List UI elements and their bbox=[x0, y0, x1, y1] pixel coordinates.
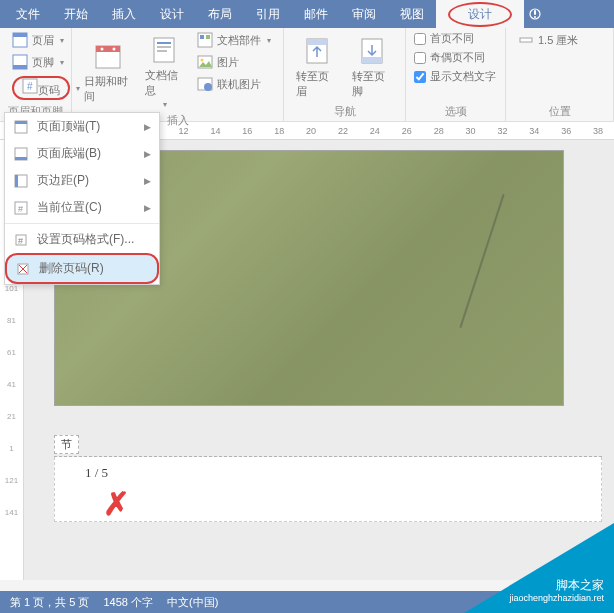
page-number-text: 1 / 5 bbox=[85, 465, 108, 480]
dd-format-page-numbers[interactable]: #设置页码格式(F)... bbox=[5, 226, 159, 253]
tab-design[interactable]: 设计 bbox=[148, 0, 196, 28]
svg-text:#: # bbox=[18, 236, 23, 246]
remove-icon bbox=[15, 261, 31, 277]
goto-header-icon bbox=[301, 35, 333, 67]
svg-rect-27 bbox=[362, 57, 382, 63]
watermark-text: 脚本之家 jiaochenghzhazidian.ret bbox=[509, 578, 604, 605]
svg-point-11 bbox=[100, 47, 103, 50]
tab-insert[interactable]: 插入 bbox=[100, 0, 148, 28]
tab-review[interactable]: 审阅 bbox=[340, 0, 388, 28]
dd-remove-page-numbers[interactable]: 删除页码(R) bbox=[5, 253, 159, 284]
tab-file[interactable]: 文件 bbox=[4, 0, 52, 28]
tab-home[interactable]: 开始 bbox=[52, 0, 100, 28]
svg-rect-19 bbox=[206, 35, 210, 39]
svg-text:#: # bbox=[18, 204, 23, 214]
svg-rect-28 bbox=[520, 38, 532, 42]
goto-footer-button[interactable]: 转至页脚 bbox=[348, 30, 398, 104]
svg-rect-30 bbox=[15, 121, 27, 124]
svg-rect-15 bbox=[157, 46, 171, 48]
docinfo-button[interactable]: 文档信息 bbox=[141, 30, 187, 113]
svg-rect-14 bbox=[157, 42, 171, 44]
goto-header-button[interactable]: 转至页眉 bbox=[292, 30, 342, 104]
quickparts-icon bbox=[197, 32, 213, 48]
calendar-icon bbox=[92, 40, 124, 72]
page-number-dropdown: 页面顶端(T)▶ 页面底端(B)▶ 页边距(P)▶ #当前位置(C)▶ #设置页… bbox=[4, 112, 160, 285]
svg-point-21 bbox=[201, 59, 204, 62]
ribbon-tab-bar: 文件 开始 插入 设计 布局 引用 邮件 审阅 视图 设计 bbox=[0, 0, 614, 28]
page-number-icon: # bbox=[22, 78, 38, 94]
show-document-text-checkbox[interactable]: 显示文档文字 bbox=[414, 68, 496, 85]
annotation-x-mark: ✗ bbox=[103, 485, 130, 523]
svg-rect-34 bbox=[15, 175, 18, 187]
status-page[interactable]: 第 1 页，共 5 页 bbox=[10, 595, 89, 610]
svg-rect-4 bbox=[13, 33, 27, 37]
ribbon: 页眉 页脚 #页码 页眉和页脚 日期和时间 文档信息 文档部件 图片 联机图片 … bbox=[0, 28, 614, 122]
dd-current-position[interactable]: #当前位置(C)▶ bbox=[5, 194, 159, 221]
page-margins-icon bbox=[13, 173, 29, 189]
tab-header-footer-design[interactable]: 设计 bbox=[436, 0, 524, 28]
tab-layout[interactable]: 布局 bbox=[196, 0, 244, 28]
ruler-icon bbox=[518, 32, 534, 48]
pictures-button[interactable]: 图片 bbox=[193, 52, 275, 72]
status-word-count[interactable]: 1458 个字 bbox=[103, 595, 153, 610]
section-break-label: 节 bbox=[54, 435, 79, 454]
svg-rect-16 bbox=[157, 50, 167, 52]
tell-me-icon[interactable] bbox=[528, 7, 542, 21]
group-navigation-label: 导航 bbox=[292, 104, 397, 121]
datetime-button[interactable]: 日期和时间 bbox=[80, 30, 135, 113]
quickparts-button[interactable]: 文档部件 bbox=[193, 30, 275, 50]
svg-point-23 bbox=[204, 83, 212, 91]
online-pictures-icon bbox=[197, 76, 213, 92]
svg-text:#: # bbox=[27, 81, 33, 92]
page-top-icon bbox=[13, 119, 29, 135]
goto-footer-icon bbox=[356, 35, 388, 67]
different-odd-even-checkbox[interactable]: 奇偶页不同 bbox=[414, 49, 496, 66]
pictures-icon bbox=[197, 54, 213, 70]
page-footer-area[interactable]: 1 / 5 ✗ bbox=[54, 457, 602, 522]
tab-view[interactable]: 视图 bbox=[388, 0, 436, 28]
tab-references[interactable]: 引用 bbox=[244, 0, 292, 28]
header-from-top-field[interactable]: 1.5 厘米 bbox=[514, 30, 582, 50]
header-icon bbox=[12, 32, 28, 48]
docinfo-icon bbox=[148, 34, 180, 66]
svg-rect-6 bbox=[13, 65, 27, 69]
svg-rect-25 bbox=[307, 39, 327, 45]
svg-rect-32 bbox=[15, 157, 27, 160]
status-language[interactable]: 中文(中国) bbox=[167, 595, 218, 610]
online-pictures-button[interactable]: 联机图片 bbox=[193, 74, 275, 94]
page-bottom-icon bbox=[13, 146, 29, 162]
svg-rect-18 bbox=[200, 35, 204, 39]
tab-mailings[interactable]: 邮件 bbox=[292, 0, 340, 28]
dd-page-margins[interactable]: 页边距(P)▶ bbox=[5, 167, 159, 194]
different-first-page-checkbox[interactable]: 首页不同 bbox=[414, 30, 496, 47]
page-current-icon: # bbox=[13, 200, 29, 216]
format-icon: # bbox=[13, 232, 29, 248]
group-position-label: 位置 bbox=[514, 104, 605, 121]
footer-icon bbox=[12, 54, 28, 70]
dd-top-of-page[interactable]: 页面顶端(T)▶ bbox=[5, 113, 159, 140]
group-options-label: 选项 bbox=[414, 104, 497, 121]
svg-rect-1 bbox=[534, 10, 536, 15]
svg-rect-10 bbox=[96, 46, 120, 52]
svg-rect-2 bbox=[534, 16, 536, 18]
svg-point-12 bbox=[112, 47, 115, 50]
dd-bottom-of-page[interactable]: 页面底端(B)▶ bbox=[5, 140, 159, 167]
